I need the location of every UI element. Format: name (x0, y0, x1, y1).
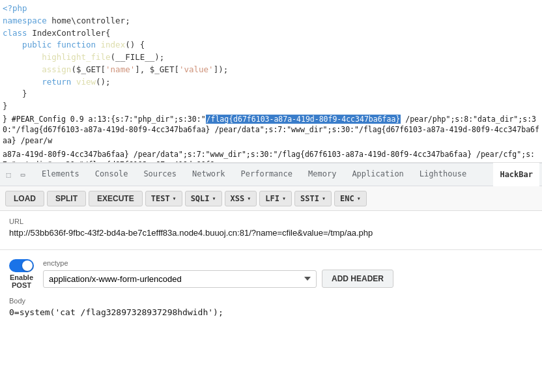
sqli-dropdown[interactable]: SQLI (185, 191, 222, 206)
indent-4 (3, 76, 42, 89)
namespace-keyword: namespace (3, 15, 51, 27)
enctype-section: enctype application/x-www-form-urlencode… (43, 259, 533, 288)
hackbar-toolbar: LOAD SPLIT EXECUTE TEST SQLI XSS LFI SST… (0, 186, 542, 211)
url-label: URL (9, 217, 533, 225)
test-dropdown[interactable]: TEST (145, 191, 182, 206)
tab-performance[interactable]: Performance (233, 163, 300, 186)
toggle-container: Enable POST (9, 259, 34, 289)
post-row: Enable POST enctype application/x-www-fo… (0, 255, 542, 293)
return-keyword: return (42, 76, 76, 89)
code-line-4: public function index() { (0, 39, 542, 51)
indent-3 (3, 64, 42, 76)
code-line-9: } (0, 100, 542, 113)
function-name: index (101, 39, 126, 51)
pear-config-line-1: } #PEAR_Config 0.9 a:13:{s:7:"php_dir";s… (0, 113, 542, 148)
inspect-icon[interactable]: ⬚ (3, 169, 14, 180)
code-area: <?php namespace home\controller; class I… (0, 0, 542, 163)
enc-dropdown[interactable]: ENC (334, 191, 367, 206)
tab-network[interactable]: Network (184, 163, 233, 186)
body-input[interactable] (9, 307, 533, 317)
name-string: 'name' (106, 64, 135, 76)
php-tag: <?php (3, 3, 27, 15)
public-keyword: public (22, 39, 57, 51)
code-line-1: <?php (0, 3, 542, 15)
code-line-7: return view(); (0, 76, 542, 89)
flag-highlight: /flag{d67f6103-a87a-419d-80f9-4cc347ba6f… (206, 115, 401, 124)
tab-hackbar[interactable]: HackBar (493, 163, 539, 186)
function-keyword: function (57, 39, 101, 51)
close-brace-1: } (3, 88, 27, 100)
lfi-dropdown[interactable]: LFI (259, 191, 292, 206)
tab-application[interactable]: Application (344, 163, 411, 186)
xss-dropdown[interactable]: XSS (225, 191, 257, 206)
view-paren: (); (96, 76, 111, 89)
close-paren: ]); (214, 64, 229, 76)
value-string: 'value' (179, 64, 214, 76)
class-name: IndexController{ (32, 27, 110, 40)
body-label: Body (9, 297, 533, 305)
code-line-6: assign($_GET['name'], $_GET['value']); (0, 64, 542, 76)
body-section: Body (0, 293, 542, 321)
indent-1 (3, 39, 22, 51)
add-header-button[interactable]: ADD HEADER (322, 270, 393, 288)
devtools-tabbar: ⬚ ▭ Elements Console Sources Network Per… (0, 163, 542, 186)
devtools-icon-group: ⬚ ▭ (3, 169, 29, 180)
code-line-3: class IndexController{ (0, 27, 542, 40)
ssti-dropdown[interactable]: SSTI (294, 191, 332, 206)
enctype-row: application/x-www-form-urlencoded multip… (43, 270, 533, 288)
enctype-label: enctype (43, 259, 533, 267)
pear-config-line-2: a87a-419d-80f9-4cc347ba6faa} /pear/data"… (0, 148, 542, 163)
comma: ], $_GET[ (135, 64, 179, 76)
enable-post-toggle[interactable] (9, 259, 34, 272)
view-fn: view (76, 76, 96, 89)
hackbar-url-section: URL (0, 211, 542, 244)
tab-elements[interactable]: Elements (34, 163, 87, 186)
load-button[interactable]: LOAD (5, 191, 44, 206)
url-divider (0, 249, 542, 250)
split-button[interactable]: SPLIT (47, 191, 86, 206)
close-brace-2: } (3, 100, 8, 113)
device-icon[interactable]: ▭ (17, 169, 29, 180)
assign-args: ($_GET[ (71, 64, 106, 76)
code-line-8: } (0, 88, 542, 100)
namespace-value: home\controller; (51, 15, 130, 27)
code-line-5: highlight_file(__FILE__); (0, 51, 542, 64)
class-keyword: class (3, 27, 32, 40)
enctype-select[interactable]: application/x-www-form-urlencoded multip… (43, 270, 317, 288)
highlight-file-args: (__FILE__); (111, 51, 165, 64)
indent-2 (3, 51, 42, 64)
tab-memory[interactable]: Memory (300, 163, 344, 186)
function-paren: () { (125, 39, 145, 51)
code-line-2: namespace home\controller; (0, 15, 542, 27)
highlight-file-fn: highlight_file (42, 51, 110, 64)
tab-lighthouse[interactable]: Lighthouse (412, 163, 474, 186)
enable-label: Enable POST (10, 273, 33, 289)
tab-console[interactable]: Console (87, 163, 136, 186)
url-input[interactable] (9, 228, 533, 238)
execute-button[interactable]: EXECUTE (89, 191, 143, 206)
assign-fn: assign (42, 64, 71, 76)
tab-sources[interactable]: Sources (136, 163, 184, 186)
